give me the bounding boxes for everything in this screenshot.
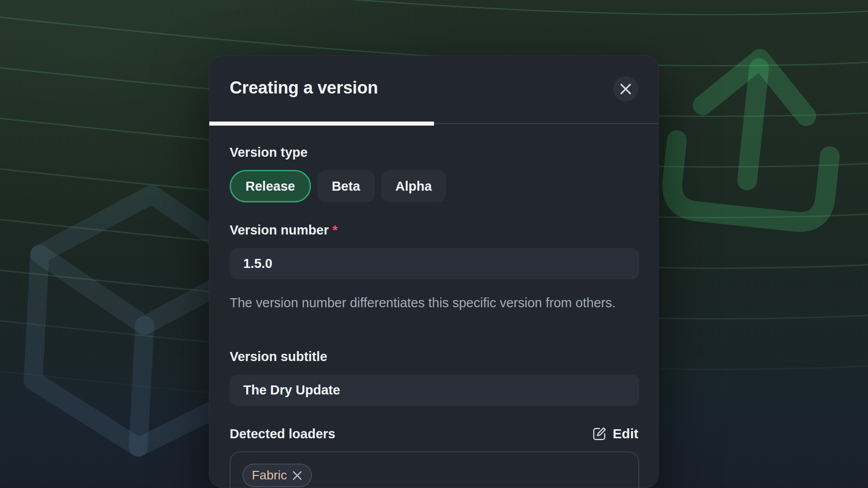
edit-pencil-icon xyxy=(592,427,607,441)
progress-bar xyxy=(209,122,658,126)
progress-fill xyxy=(209,122,434,126)
loader-chip-fabric[interactable]: Fabric xyxy=(242,464,312,487)
modal-title: Creating a version xyxy=(230,78,378,98)
version-subtitle-label: Version subtitle xyxy=(230,349,327,364)
close-icon xyxy=(620,83,632,95)
version-type-options: Release Beta Alpha xyxy=(230,170,446,202)
required-asterisk: * xyxy=(332,223,337,237)
detected-loaders-label: Detected loaders xyxy=(230,427,335,441)
version-type-release-button[interactable]: Release xyxy=(230,170,311,202)
close-button[interactable] xyxy=(613,76,638,102)
edit-loaders-button[interactable]: Edit xyxy=(592,423,638,445)
version-type-label: Version type xyxy=(230,145,307,160)
edit-button-label: Edit xyxy=(613,426,638,441)
page-background: Creating a version Version type Release … xyxy=(0,0,868,488)
upload-arrow-icon xyxy=(670,51,839,225)
loader-chip-label: Fabric xyxy=(252,468,287,483)
chip-remove-icon[interactable] xyxy=(292,470,302,481)
create-version-modal: Creating a version Version type Release … xyxy=(209,56,659,488)
version-number-label: Version number* xyxy=(230,223,337,238)
version-number-input[interactable] xyxy=(230,248,639,279)
version-subtitle-input[interactable] xyxy=(230,375,639,406)
detected-loaders-box: Fabric xyxy=(230,451,639,488)
version-type-alpha-button[interactable]: Alpha xyxy=(381,170,447,202)
version-type-beta-button[interactable]: Beta xyxy=(317,170,375,202)
version-number-help-text: The version number differentiates this s… xyxy=(230,293,618,313)
